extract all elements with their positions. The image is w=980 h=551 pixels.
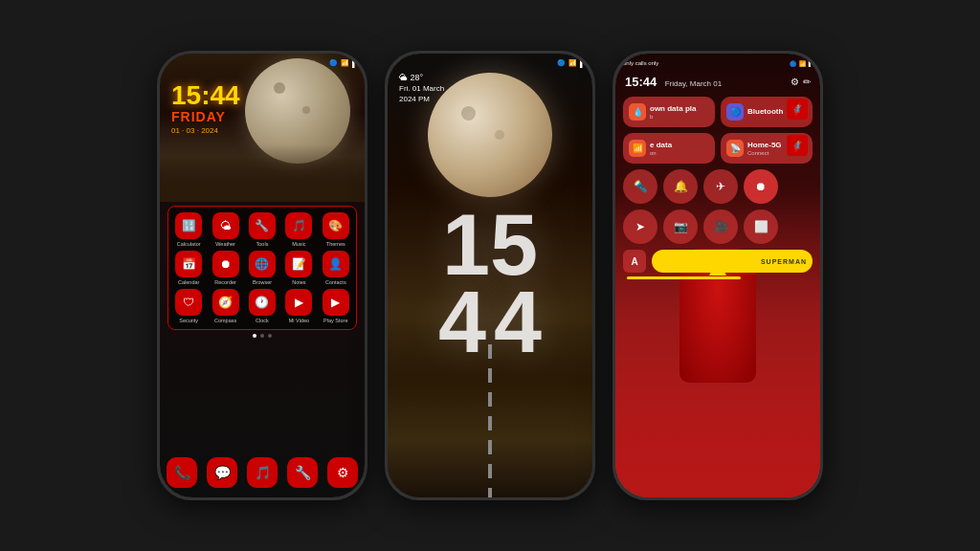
app-icon-contacts[interactable]: 👤 Contacts (320, 251, 352, 285)
dock-icon[interactable]: 🔧 (287, 457, 318, 488)
phone1-time-display: 15:44 FRIDAY 01 · 03 · 2024 (171, 82, 240, 135)
app-icon-tools[interactable]: 🔧 Tools (246, 212, 278, 247)
app-icon-clock[interactable]: 🕐 Clock (246, 289, 278, 323)
app-icon-label: Calendar (178, 279, 199, 285)
phone1-background: 🔵 📶 ▌ 15:44 FRIDAY 01 · 03 · 2024 (160, 54, 365, 497)
wifi-icon2: 📶 (568, 59, 577, 67)
screen-btn[interactable]: ⬜ (744, 209, 778, 244)
app-icon-label: Music (292, 241, 305, 247)
phone2-weather-info: 🌥 28° Fri. 01 March 2024 PM (399, 73, 444, 103)
road-graphic (160, 144, 365, 202)
page-dot-1 (253, 334, 256, 338)
bell-btn[interactable]: 🔔 (663, 169, 698, 204)
app-icon-notes[interactable]: 📝 Notes (282, 251, 315, 285)
bluetooth-tile[interactable]: 🔵 Bluetooth 🦸 (721, 97, 813, 127)
app-icon-compass[interactable]: 🧭 Compass (209, 289, 241, 323)
app-icon-mi-video[interactable]: ▶ Mi Video (282, 289, 315, 323)
app-icon-img: 🎨 (323, 212, 349, 239)
bluetooth-tile-icon: 🔵 (726, 103, 744, 121)
wifi-icon3: 📶 (799, 60, 806, 67)
app-icon-img: 🔢 (175, 212, 202, 239)
app-icon-label: Play Store (323, 318, 347, 323)
navigate-btn[interactable]: ➤ (623, 209, 657, 244)
app-icon-label: Clock (256, 318, 269, 323)
mobile-data-tile-2[interactable]: 📶 e data on (623, 133, 715, 164)
phone2-background: 🔵 📶 ▌ 🌥 28° Fri. 01 March 2024 PM (388, 54, 592, 497)
video-btn[interactable]: 🎥 (703, 209, 738, 244)
small-controls-row2: ➤ 📷 🎥 ⬜ (623, 209, 813, 244)
phone1-app-row2: 📅 Calendar ⏺ Recorder 🌐 Browser 📝 Notes … (172, 251, 352, 285)
dock-icon[interactable]: 💬 (207, 457, 237, 488)
dock-icon[interactable]: 📞 (167, 457, 197, 488)
app-icon-label: Compass (214, 318, 236, 323)
superman-slider-text: SUPERMAN (761, 258, 807, 265)
phone-1: 🔵 📶 ▌ 15:44 FRIDAY 01 · 03 · 2024 (157, 51, 368, 500)
app-icon-security[interactable]: 🛡 Security (172, 289, 205, 323)
app-icon-themes[interactable]: 🎨 Themes (320, 212, 352, 247)
superman-badge-2: 🦸 (787, 135, 808, 156)
phone2-hour: 15 (388, 207, 592, 284)
flashlight-btn[interactable]: 🔦 (623, 169, 657, 204)
brightness-slider[interactable]: SUPERMAN (652, 250, 813, 273)
bluetooth-icon2: 🔵 (557, 59, 566, 67)
app-icon-label: Weather (215, 241, 235, 247)
mobile-data-icon-2: 📶 (629, 140, 646, 157)
phone3-background: only calls only 🔵 📶 ▌ 15:44 Friday, Marc… (615, 54, 820, 497)
brightness-slider-row: A SUPERMAN (623, 250, 813, 273)
mobile-data-text: own data pla b (650, 104, 696, 120)
phone1-day: FRIDAY (171, 109, 240, 124)
app-icon-calendar[interactable]: 📅 Calendar (172, 251, 205, 285)
home-5g-tile[interactable]: 📡 Home-5G Connect 🦸 (721, 133, 813, 164)
wifi-icon: 📶 (341, 59, 349, 67)
app-icon-img: ▶ (285, 289, 312, 316)
phone-2: 🔵 📶 ▌ 🌥 28° Fri. 01 March 2024 PM (385, 51, 595, 500)
settings-icon[interactable]: ⚙ (791, 77, 799, 87)
phone2-temperature: 🌥 28° (399, 73, 444, 82)
bluetooth-tile-text: Bluetooth (747, 107, 783, 117)
control-center-grid: 💧 own data pla b 🔵 Bluetooth 🦸 (623, 97, 813, 279)
app-icon-img: 📅 (175, 251, 202, 277)
app-icon-img: 🌐 (249, 251, 276, 277)
battery-icon2: ▌ (580, 60, 585, 67)
phone1-clock: 15:44 (171, 82, 240, 109)
app-icon-img: 🎵 (285, 212, 312, 239)
app-icon-label: Browser (253, 279, 272, 285)
control-row-2: 📶 e data on 📡 Home-5G Connect (623, 133, 813, 164)
phone1-date: 01 · 03 · 2024 (171, 126, 240, 135)
phone2-status-bar: 🔵 📶 ▌ (388, 54, 592, 71)
app-icon-label: Mi Video (289, 318, 309, 323)
dock-icon[interactable]: 🎵 (247, 457, 278, 488)
mobile-data-tile[interactable]: 💧 own data pla b (623, 97, 715, 127)
phone1-status-bar: 🔵 📶 ▌ (160, 54, 365, 71)
camera-btn[interactable]: 📷 (663, 209, 698, 244)
phone2-min-4b: 4 (494, 284, 542, 362)
home-5g-icon: 📡 (726, 140, 744, 157)
superman-badge-1: 🦸 (787, 99, 808, 120)
record-btn[interactable]: ⏺ (744, 169, 778, 204)
app-icon-music[interactable]: 🎵 Music (282, 212, 315, 247)
bluetooth-icon3: 🔵 (790, 60, 796, 67)
dock-icon[interactable]: ⚙ (327, 457, 358, 488)
page-dot-3 (268, 334, 272, 338)
home-5g-text: Home-5G Connect (747, 141, 782, 156)
phone2-moon (428, 73, 552, 197)
phone1-app-row1: 🔢 Calculator 🌤 Weather 🔧 Tools 🎵 Music 🎨… (172, 212, 352, 247)
airplane-btn[interactable]: ✈ (703, 169, 738, 204)
phone1-dock: 📞💬🎵🔧⚙ (160, 457, 365, 488)
phone2-big-time: 15 4 4 (388, 207, 592, 362)
app-icon-img: ⏺ (212, 251, 239, 277)
phone1-app-row3: 🛡 Security 🧭 Compass 🕐 Clock ▶ Mi Video … (172, 289, 352, 323)
app-icon-play-store[interactable]: ▶ Play Store (320, 289, 352, 323)
phone-3: only calls only 🔵 📶 ▌ 15:44 Friday, Marc… (612, 51, 823, 500)
app-icon-calculator[interactable]: 🔢 Calculator (172, 212, 205, 247)
app-icon-img: 🕐 (249, 289, 276, 316)
app-icon-browser[interactable]: 🌐 Browser (246, 251, 278, 285)
app-icon-recorder[interactable]: ⏺ Recorder (209, 251, 241, 285)
small-controls-row1: 🔦 🔔 ✈ ⏺ (623, 169, 813, 204)
yellow-accent-line (627, 276, 741, 279)
app-icon-img: 📝 (285, 251, 312, 277)
edit-icon[interactable]: ✏ (803, 77, 811, 87)
phone3-date: Friday, March 01 (665, 79, 722, 88)
app-icon-weather[interactable]: 🌤 Weather (209, 212, 241, 247)
weather-icon: 🌥 (399, 73, 408, 82)
